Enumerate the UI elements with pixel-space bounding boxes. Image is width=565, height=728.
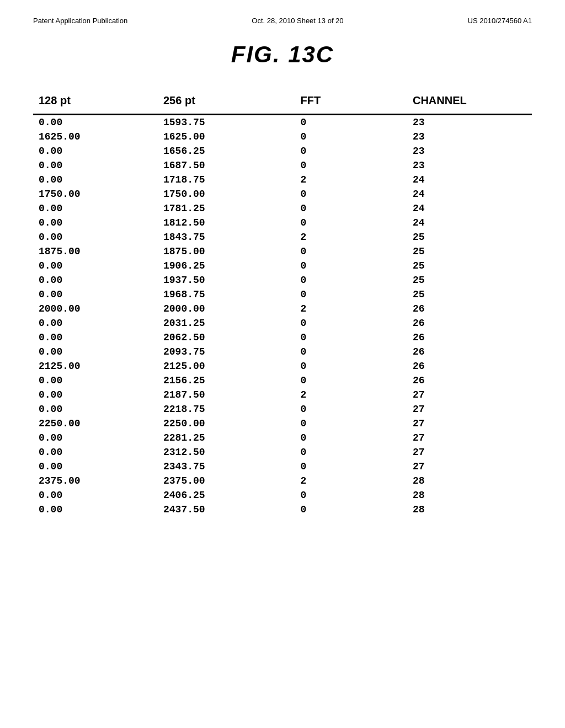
cell-col256-20: 2218.75 [158, 402, 295, 416]
cell-col128-24: 0.00 [33, 459, 158, 474]
cell-channel-6: 24 [407, 201, 532, 216]
cell-channel-13: 26 [407, 302, 532, 316]
cell-channel-2: 23 [407, 144, 532, 158]
table-row: 0.002156.25026 [33, 373, 532, 388]
cell-fft-14: 0 [295, 316, 407, 330]
table-row: 1875.001875.00025 [33, 244, 532, 259]
cell-channel-20: 27 [407, 402, 532, 416]
cell-col128-13: 2000.00 [33, 302, 158, 316]
table-row: 0.001906.25025 [33, 259, 532, 273]
cell-channel-5: 24 [407, 187, 532, 201]
cell-col128-23: 0.00 [33, 445, 158, 459]
cell-fft-1: 0 [295, 130, 407, 144]
col-header-channel: CHANNEL [407, 90, 532, 115]
cell-fft-22: 0 [295, 431, 407, 445]
cell-channel-11: 25 [407, 273, 532, 287]
cell-col256-16: 2093.75 [158, 345, 295, 359]
table-row: 0.001937.50025 [33, 273, 532, 287]
cell-col256-22: 2281.25 [158, 431, 295, 445]
table-row: 0.001968.75025 [33, 287, 532, 302]
cell-channel-10: 25 [407, 259, 532, 273]
cell-col256-24: 2343.75 [158, 459, 295, 474]
cell-channel-27: 28 [407, 502, 532, 517]
cell-channel-23: 27 [407, 445, 532, 459]
cell-col128-21: 2250.00 [33, 416, 158, 431]
table-row: 2375.002375.00228 [33, 474, 532, 488]
cell-col256-2: 1656.25 [158, 144, 295, 158]
table-row: 0.001843.75225 [33, 230, 532, 244]
col-header-fft: FFT [295, 90, 407, 115]
cell-fft-15: 0 [295, 330, 407, 345]
table-row: 2250.002250.00027 [33, 416, 532, 431]
cell-col256-26: 2406.25 [158, 488, 295, 502]
table-row: 0.002406.25028 [33, 488, 532, 502]
cell-channel-17: 26 [407, 359, 532, 373]
cell-col128-10: 0.00 [33, 259, 158, 273]
cell-col128-4: 0.00 [33, 173, 158, 187]
cell-fft-7: 0 [295, 216, 407, 230]
header-center: Oct. 28, 2010 Sheet 13 of 20 [252, 17, 343, 25]
cell-col128-2: 0.00 [33, 144, 158, 158]
cell-col256-8: 1843.75 [158, 230, 295, 244]
col-header-128pt: 128 pt [33, 90, 158, 115]
cell-col256-21: 2250.00 [158, 416, 295, 431]
cell-col256-19: 2187.50 [158, 388, 295, 402]
cell-channel-25: 28 [407, 474, 532, 488]
cell-col256-3: 1687.50 [158, 158, 295, 173]
cell-col128-3: 0.00 [33, 158, 158, 173]
cell-fft-24: 0 [295, 459, 407, 474]
cell-fft-23: 0 [295, 445, 407, 459]
cell-col128-7: 0.00 [33, 216, 158, 230]
table-row: 0.002218.75027 [33, 402, 532, 416]
cell-col128-8: 0.00 [33, 230, 158, 244]
cell-fft-11: 0 [295, 273, 407, 287]
cell-channel-19: 27 [407, 388, 532, 402]
cell-col256-6: 1781.25 [158, 201, 295, 216]
table-row: 1750.001750.00024 [33, 187, 532, 201]
table-row: 0.002312.50027 [33, 445, 532, 459]
cell-channel-14: 26 [407, 316, 532, 330]
cell-channel-12: 25 [407, 287, 532, 302]
cell-channel-24: 27 [407, 459, 532, 474]
cell-fft-12: 0 [295, 287, 407, 302]
cell-fft-4: 2 [295, 173, 407, 187]
header-bar: Patent Application Publication Oct. 28, … [33, 17, 532, 25]
header-left: Patent Application Publication [33, 17, 127, 25]
cell-channel-1: 23 [407, 130, 532, 144]
table-row: 0.002093.75026 [33, 345, 532, 359]
cell-col128-9: 1875.00 [33, 244, 158, 259]
cell-col256-5: 1750.00 [158, 187, 295, 201]
cell-col128-18: 0.00 [33, 373, 158, 388]
data-table: 128 pt 256 pt FFT CHANNEL 0.001593.75023… [33, 90, 532, 517]
cell-col128-6: 0.00 [33, 201, 158, 216]
cell-channel-18: 26 [407, 373, 532, 388]
table-row: 0.002031.25026 [33, 316, 532, 330]
cell-fft-5: 0 [295, 187, 407, 201]
table-header-row: 128 pt 256 pt FFT CHANNEL [33, 90, 532, 115]
cell-col128-27: 0.00 [33, 502, 158, 517]
table-row: 0.002062.50026 [33, 330, 532, 345]
cell-col256-25: 2375.00 [158, 474, 295, 488]
cell-fft-17: 0 [295, 359, 407, 373]
cell-channel-15: 26 [407, 330, 532, 345]
cell-col128-1: 1625.00 [33, 130, 158, 144]
cell-col128-11: 0.00 [33, 273, 158, 287]
cell-col128-5: 1750.00 [33, 187, 158, 201]
cell-col128-16: 0.00 [33, 345, 158, 359]
cell-fft-26: 0 [295, 488, 407, 502]
cell-col256-15: 2062.50 [158, 330, 295, 345]
cell-fft-3: 0 [295, 158, 407, 173]
cell-fft-6: 0 [295, 201, 407, 216]
cell-channel-0: 23 [407, 115, 532, 130]
table-row: 0.002437.50028 [33, 502, 532, 517]
cell-col128-15: 0.00 [33, 330, 158, 345]
cell-col256-17: 2125.00 [158, 359, 295, 373]
cell-fft-13: 2 [295, 302, 407, 316]
cell-col128-12: 0.00 [33, 287, 158, 302]
table-row: 2125.002125.00026 [33, 359, 532, 373]
cell-col256-14: 2031.25 [158, 316, 295, 330]
table-row: 0.001656.25023 [33, 144, 532, 158]
cell-col256-13: 2000.00 [158, 302, 295, 316]
cell-col256-9: 1875.00 [158, 244, 295, 259]
cell-channel-26: 28 [407, 488, 532, 502]
